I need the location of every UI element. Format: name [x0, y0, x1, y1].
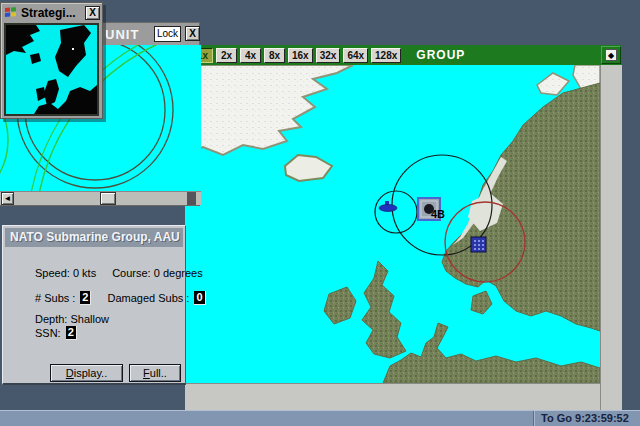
diamond-button[interactable]: ◆: [601, 46, 621, 64]
panel-body: Speed: 0 kts Course: 0 degrees # Subs : …: [3, 249, 185, 384]
strategic-map-window: Strategi... X: [0, 2, 103, 119]
zoom-button-128x[interactable]: 128x: [371, 48, 401, 63]
north-atlantic-map: 4B: [185, 65, 600, 383]
zoom-button-8x[interactable]: 8x: [264, 48, 285, 63]
ssn-line: SSN: 2: [35, 326, 77, 340]
speed-value: Speed: 0 kts: [35, 267, 96, 279]
time-to-go: To Go 9:23:59:52: [541, 412, 629, 424]
unit-horizontal-scrollbar[interactable]: ◄: [0, 191, 201, 205]
strategi-titlebar: Strategi... X: [1, 3, 102, 22]
full-button[interactable]: Full..: [129, 364, 181, 382]
group-window: 4B 1x 2x 4x 8x 16x 32x 64x 128x GROUP: [185, 45, 622, 410]
city-icon[interactable]: [471, 237, 486, 252]
game-screen: 4B 1x 2x 4x 8x 16x 32x 64x 128x GROUP: [0, 0, 640, 426]
zoom-button-2x[interactable]: 2x: [216, 48, 237, 63]
unit-info-panel: NATO Submarine Group, AAU Speed: 0 kts C…: [2, 225, 186, 385]
ssn-label: SSN:: [35, 327, 61, 339]
minimap-canvas: [6, 25, 97, 114]
strategi-close-icon[interactable]: X: [85, 6, 100, 20]
course-value: Course: 0 degrees: [112, 267, 203, 279]
scroll-left-arrow-icon[interactable]: ◄: [1, 192, 14, 205]
unit-close-icon[interactable]: X: [185, 26, 200, 41]
group-window-right-frame: [600, 65, 622, 410]
strategic-minimap[interactable]: [4, 23, 99, 116]
zoom-button-64x[interactable]: 64x: [343, 48, 368, 63]
minimap-marker: [72, 48, 74, 50]
group-titlebar: 1x 2x 4x 8x 16x 32x 64x 128x GROUP ◆: [185, 45, 622, 65]
display-button[interactable]: Display..: [50, 364, 123, 382]
subs-label: # Subs :: [35, 292, 75, 304]
damaged-subs-label: Damaged Subs :: [107, 292, 189, 304]
zoom-button-16x[interactable]: 16x: [288, 48, 313, 63]
scrollbar-thumb[interactable]: [100, 192, 116, 205]
zoom-button-4x[interactable]: 4x: [240, 48, 261, 63]
group-map-viewport[interactable]: 4B: [185, 65, 600, 383]
status-divider: [533, 411, 535, 426]
ssn-badge: 2: [66, 326, 77, 340]
windows-logo-icon: [4, 6, 17, 19]
damaged-subs-badge: 0: [194, 291, 205, 305]
group-window-bottom-frame: [185, 383, 600, 410]
strategi-window-title: Strategi...: [21, 6, 85, 20]
unit-window-title: UNIT: [105, 27, 139, 42]
depth-value: Depth: Shallow: [35, 313, 109, 325]
depth-line: Depth: Shallow: [35, 313, 109, 325]
unit-label: 4B: [431, 208, 445, 220]
status-bar: To Go 9:23:59:52: [0, 410, 640, 426]
lock-button[interactable]: Lock: [154, 26, 181, 42]
zoom-button-32x[interactable]: 32x: [316, 48, 341, 63]
subs-line: # Subs : 2 Damaged Subs : 0: [35, 291, 206, 305]
scrollbar-end-cap: [187, 192, 196, 205]
group-window-title: GROUP: [416, 48, 465, 62]
speed-course-line: Speed: 0 kts Course: 0 degrees: [35, 267, 203, 279]
diamond-icon: ◆: [605, 49, 617, 61]
subs-count-badge: 2: [80, 291, 91, 305]
panel-title: NATO Submarine Group, AAU: [5, 228, 183, 247]
